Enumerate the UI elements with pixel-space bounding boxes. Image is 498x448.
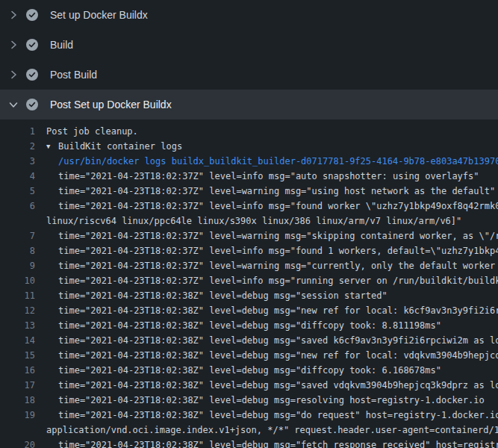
log-line: 19time="2021-04-23T18:02:38Z" level=debu… <box>0 408 498 423</box>
log-text: time="2021-04-23T18:02:37Z" level=info m… <box>46 243 498 258</box>
log-line: 17time="2021-04-23T18:02:38Z" level=debu… <box>0 378 498 393</box>
log-text: time="2021-04-23T18:02:38Z" level=debug … <box>46 408 498 423</box>
log-command-text: /usr/bin/docker logs buildx_buildkit_bui… <box>46 154 498 169</box>
log-line: 9time="2021-04-23T18:02:37Z" level=warni… <box>0 258 498 273</box>
log-text: time="2021-04-23T18:02:38Z" level=debug … <box>46 348 498 363</box>
line-number[interactable]: 9 <box>0 258 35 273</box>
line-number[interactable]: 6 <box>0 199 35 214</box>
step-label: Set up Docker Buildx <box>50 9 148 21</box>
log-line-continuation: application/vnd.oci.image.index.v1+json,… <box>0 423 498 438</box>
log-line: 11time="2021-04-23T18:02:38Z" level=debu… <box>0 288 498 303</box>
steps-list: Set up Docker Buildx Build Post Build Po… <box>0 0 498 119</box>
log-text: time="2021-04-23T18:02:38Z" level=debug … <box>46 318 441 333</box>
log-line: 15time="2021-04-23T18:02:38Z" level=debu… <box>0 348 498 363</box>
step-success-check-icon <box>26 39 38 51</box>
line-number[interactable]: 8 <box>0 243 35 258</box>
log-line: 4time="2021-04-23T18:02:37Z" level=info … <box>0 169 498 184</box>
log-line: 13time="2021-04-23T18:02:38Z" level=debu… <box>0 318 498 333</box>
step-row-build[interactable]: Build <box>0 30 498 60</box>
chevron-right-icon <box>7 69 19 81</box>
log-text: application/vnd.oci.image.index.v1+json,… <box>46 423 498 438</box>
line-number[interactable]: 10 <box>0 273 35 288</box>
chevron-down-icon <box>7 99 19 111</box>
step-row-set-up-docker-buildx[interactable]: Set up Docker Buildx <box>0 0 498 30</box>
step-label: Build <box>50 39 73 51</box>
log-line: 20time="2021-04-23T18:02:38Z" level=debu… <box>0 438 498 448</box>
log-line: 1Post job cleanup. <box>0 124 498 139</box>
line-number[interactable]: 7 <box>0 228 35 243</box>
group-collapse-caret-icon[interactable]: ▼ <box>46 139 58 154</box>
log-line: 14time="2021-04-23T18:02:38Z" level=debu… <box>0 333 498 348</box>
log-text: time="2021-04-23T18:02:37Z" level=info m… <box>46 199 498 214</box>
log-text: time="2021-04-23T18:02:37Z" level=info m… <box>46 169 479 184</box>
log-text: time="2021-04-23T18:02:37Z" level=warnin… <box>46 184 495 199</box>
chevron-right-icon <box>7 9 19 21</box>
step-success-check-icon <box>26 9 38 21</box>
log-text: time="2021-04-23T18:02:38Z" level=debug … <box>46 333 498 348</box>
line-number[interactable]: 18 <box>0 393 35 408</box>
log-text: time="2021-04-23T18:02:38Z" level=debug … <box>46 288 387 303</box>
log-group-title[interactable]: BuildKit container logs <box>58 139 182 154</box>
line-number[interactable]: 19 <box>0 408 35 423</box>
log-text: time="2021-04-23T18:02:38Z" level=debug … <box>46 378 498 393</box>
log-line: 3/usr/bin/docker logs buildx_buildkit_bu… <box>0 154 498 169</box>
line-number <box>0 423 35 438</box>
line-number[interactable]: 14 <box>0 333 35 348</box>
log-line: 2▼BuildKit container logs <box>0 139 498 154</box>
step-success-check-icon <box>26 69 38 81</box>
line-number[interactable]: 15 <box>0 348 35 363</box>
log-line: 5time="2021-04-23T18:02:37Z" level=warni… <box>0 184 498 199</box>
log-text: Post job cleanup. <box>46 124 138 139</box>
log-line: 6time="2021-04-23T18:02:37Z" level=info … <box>0 199 498 214</box>
line-number[interactable]: 1 <box>0 124 35 139</box>
line-number[interactable]: 20 <box>0 438 35 448</box>
log-text: time="2021-04-23T18:02:37Z" level=info m… <box>46 273 498 288</box>
log-text: time="2021-04-23T18:02:37Z" level=warnin… <box>46 228 498 243</box>
line-number[interactable]: 11 <box>0 288 35 303</box>
log-line: 18time="2021-04-23T18:02:38Z" level=debu… <box>0 393 498 408</box>
log-text: time="2021-04-23T18:02:38Z" level=debug … <box>46 303 498 318</box>
step-label: Post Build <box>50 69 97 81</box>
line-number[interactable]: 4 <box>0 169 35 184</box>
log-line-continuation: linux/riscv64 linux/ppc64le linux/s390x … <box>0 214 498 228</box>
step-success-check-icon <box>26 99 38 111</box>
line-number[interactable]: 3 <box>0 154 35 169</box>
log-line: 8time="2021-04-23T18:02:37Z" level=info … <box>0 243 498 258</box>
log-line: 16time="2021-04-23T18:02:38Z" level=debu… <box>0 363 498 378</box>
line-number[interactable]: 16 <box>0 363 35 378</box>
line-number[interactable]: 5 <box>0 184 35 199</box>
step-label: Post Set up Docker Buildx <box>50 99 172 111</box>
line-number[interactable]: 2 <box>0 139 35 154</box>
log-text: time="2021-04-23T18:02:37Z" level=warnin… <box>46 258 498 273</box>
line-number[interactable]: 13 <box>0 318 35 333</box>
step-log-output: 1Post job cleanup.2▼BuildKit container l… <box>0 119 498 448</box>
step-row-post-set-up-docker-buildx[interactable]: Post Set up Docker Buildx <box>0 90 498 119</box>
line-number[interactable]: 12 <box>0 303 35 318</box>
line-number[interactable]: 17 <box>0 378 35 393</box>
log-line: 10time="2021-04-23T18:02:37Z" level=info… <box>0 273 498 288</box>
log-text: linux/riscv64 linux/ppc64le linux/s390x … <box>46 214 461 228</box>
chevron-right-icon <box>7 39 19 51</box>
log-text: time="2021-04-23T18:02:38Z" level=debug … <box>46 363 441 378</box>
log-line: 12time="2021-04-23T18:02:38Z" level=debu… <box>0 303 498 318</box>
log-line: 7time="2021-04-23T18:02:37Z" level=warni… <box>0 228 498 243</box>
line-number <box>0 214 35 228</box>
log-text: time="2021-04-23T18:02:38Z" level=debug … <box>46 393 485 408</box>
step-row-post-build[interactable]: Post Build <box>0 60 498 90</box>
log-text: time="2021-04-23T18:02:38Z" level=debug … <box>46 438 498 448</box>
